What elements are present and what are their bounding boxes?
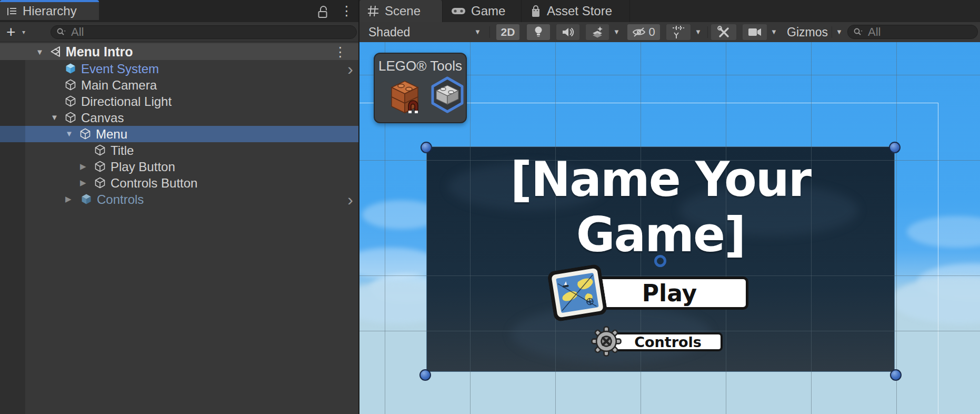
wrench-screwdriver-icon bbox=[717, 25, 731, 39]
hierarchy-row-menu[interactable]: ▼ Menu bbox=[0, 126, 359, 142]
foldout-open-icon[interactable]: ▼ bbox=[36, 47, 44, 56]
foldout-closed-icon[interactable]: ▶ bbox=[80, 162, 86, 171]
hierarchy-row-play-button[interactable]: ▶ Play Button bbox=[0, 159, 359, 175]
grid-visibility-button[interactable] bbox=[666, 24, 691, 40]
hierarchy-item-label: Canvas bbox=[81, 111, 124, 125]
foldout-closed-icon[interactable]: ▶ bbox=[65, 194, 72, 204]
hierarchy-search-input[interactable]: All bbox=[51, 25, 357, 39]
tab-game-label: Game bbox=[471, 4, 505, 18]
prefab-cube-icon bbox=[64, 62, 77, 75]
hierarchy-scene-row[interactable]: ▼ Menu Intro ⋮ bbox=[0, 43, 359, 60]
scene-kebab-icon[interactable]: ⋮ bbox=[334, 45, 347, 58]
audio-toggle-button[interactable] bbox=[556, 24, 579, 40]
lego-brick-connect-icon[interactable] bbox=[386, 79, 423, 118]
grid-line bbox=[359, 275, 980, 276]
gear-icon[interactable] bbox=[591, 326, 622, 357]
hierarchy-row-controls[interactable]: ▶ Controls › bbox=[0, 191, 359, 208]
gizmos-dropdown[interactable]: Gizmos bbox=[787, 25, 828, 40]
hierarchy-row-controls-button[interactable]: ▶ Controls Button bbox=[0, 175, 359, 191]
cloud-shape bbox=[907, 216, 980, 248]
caret-down-icon[interactable]: ▼ bbox=[771, 28, 777, 36]
hierarchy-item-label: Title bbox=[111, 143, 134, 158]
selection-handle-bottom-left[interactable] bbox=[419, 369, 431, 381]
caret-down-icon[interactable]: ▼ bbox=[695, 28, 702, 36]
tab-hierarchy-label: Hierarchy bbox=[23, 4, 77, 18]
game-title-text[interactable]: [Name Your Game] bbox=[426, 152, 895, 262]
grid-icon bbox=[367, 5, 379, 17]
scene-search-input[interactable]: All bbox=[847, 25, 978, 39]
lego-tools-panel: LEGO® Tools bbox=[374, 53, 467, 123]
hierarchy-item-label: Play Button bbox=[111, 160, 175, 174]
lock-icon[interactable] bbox=[317, 5, 329, 19]
canvas-outline-right bbox=[938, 103, 938, 414]
scene-camera-button[interactable] bbox=[743, 24, 767, 40]
hierarchy-row-title[interactable]: Title bbox=[0, 142, 359, 159]
caret-down-icon[interactable]: ▼ bbox=[613, 28, 620, 36]
caret-down-icon[interactable]: ▼ bbox=[474, 28, 481, 36]
lego-tools-title: LEGO® Tools bbox=[375, 58, 466, 74]
plus-icon[interactable]: + bbox=[6, 23, 16, 41]
selection-handle-top-left[interactable] bbox=[421, 142, 432, 153]
hierarchy-toolbar: + ▾ All bbox=[0, 22, 359, 42]
map-icon[interactable] bbox=[547, 264, 608, 322]
tab-asset-store-label: Asset Store bbox=[547, 4, 612, 18]
hierarchy-row-directional-light[interactable]: Directional Light bbox=[0, 93, 359, 110]
cube-icon bbox=[64, 95, 77, 107]
unity-editor: Hierarchy ⋮ + ▾ All bbox=[0, 0, 980, 414]
game-play-button[interactable]: Play bbox=[591, 277, 748, 310]
tab-scene-label: Scene bbox=[385, 4, 421, 18]
selection-handle-top-right[interactable] bbox=[889, 142, 901, 153]
bulb-icon bbox=[534, 26, 543, 38]
chevron-right-icon[interactable]: › bbox=[347, 60, 353, 79]
tab-scene[interactable]: Scene bbox=[359, 0, 443, 22]
foldout-open-icon[interactable]: ▼ bbox=[65, 129, 73, 138]
gizmos-label: Gizmos bbox=[787, 25, 828, 39]
hierarchy-item-label: Menu bbox=[96, 127, 127, 142]
cube-icon bbox=[64, 111, 77, 124]
hierarchy-panel: Hierarchy ⋮ + ▾ All bbox=[0, 0, 359, 414]
foldout-closed-icon[interactable]: ▶ bbox=[80, 178, 86, 188]
hierarchy-row-event-system[interactable]: Event System › bbox=[0, 61, 359, 77]
lego-brick-select-icon[interactable] bbox=[429, 76, 466, 115]
cube-icon bbox=[64, 78, 77, 91]
caret-down-icon[interactable]: ▾ bbox=[22, 28, 25, 36]
chevron-right-icon[interactable]: › bbox=[347, 190, 353, 210]
component-tools-button[interactable] bbox=[711, 24, 736, 40]
camera-icon bbox=[748, 27, 762, 37]
hidden-objects-button[interactable]: 0 bbox=[627, 24, 660, 40]
hierarchy-row-main-camera[interactable]: Main Camera bbox=[0, 77, 359, 93]
cube-icon bbox=[94, 176, 106, 189]
foldout-open-icon[interactable]: ▼ bbox=[51, 113, 58, 122]
grid-line bbox=[359, 331, 980, 331]
hierarchy-item-label: Event System bbox=[81, 62, 159, 76]
selection-handle-bottom-right[interactable] bbox=[890, 369, 902, 381]
hierarchy-item-label: Main Camera bbox=[81, 78, 157, 93]
lighting-toggle-button[interactable] bbox=[527, 24, 550, 40]
cube-icon bbox=[94, 144, 106, 156]
shading-mode-label: Shaded bbox=[368, 25, 410, 39]
game-controls-button[interactable]: Controls bbox=[613, 332, 723, 351]
tab-game[interactable]: Game bbox=[444, 0, 522, 22]
toggle-2d-button[interactable]: 2D bbox=[496, 24, 519, 40]
pivot-ring[interactable] bbox=[654, 255, 666, 267]
2d-label: 2D bbox=[501, 26, 515, 38]
search-placeholder: All bbox=[868, 25, 881, 39]
scene-name-label: Menu Intro bbox=[66, 44, 133, 60]
grid-axis-icon bbox=[672, 25, 685, 39]
effects-toggle-button[interactable] bbox=[586, 24, 609, 40]
hidden-count-label: 0 bbox=[648, 25, 655, 39]
unity-logo-icon bbox=[48, 45, 62, 58]
eye-slash-icon bbox=[632, 27, 646, 37]
tab-asset-store[interactable]: Asset Store bbox=[523, 0, 630, 22]
tab-hierarchy[interactable]: Hierarchy bbox=[0, 0, 99, 20]
scene-toolbar: Shaded ▼ 2D bbox=[359, 22, 980, 42]
prefab-cube-icon bbox=[80, 193, 93, 205]
speaker-icon bbox=[562, 26, 574, 38]
grid-line bbox=[896, 42, 897, 414]
list-icon bbox=[6, 5, 18, 17]
shading-mode-dropdown[interactable]: Shaded bbox=[368, 25, 410, 40]
effects-icon bbox=[591, 26, 604, 38]
kebab-menu-icon[interactable]: ⋮ bbox=[340, 4, 353, 17]
caret-down-icon[interactable]: ▼ bbox=[836, 28, 843, 36]
hierarchy-row-canvas[interactable]: ▼ Canvas bbox=[0, 110, 359, 126]
